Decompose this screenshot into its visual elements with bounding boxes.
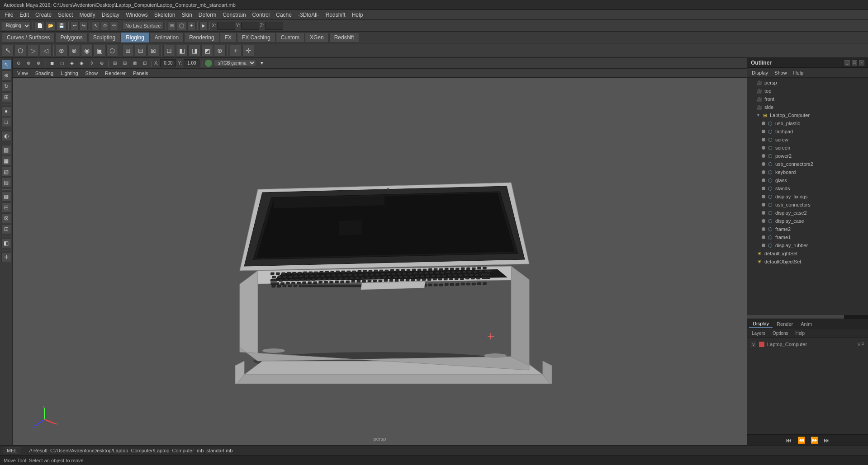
menu-cache[interactable]: Cache — [273, 11, 294, 19]
menu-control[interactable]: Control — [250, 11, 273, 19]
outliner-item-frame2[interactable]: ⬡ frame2 — [747, 225, 868, 233]
menu-file[interactable]: File — [2, 11, 16, 19]
outliner-item-front[interactable]: 🎥 front — [747, 95, 868, 103]
vp-smooth-icon[interactable]: ◈ — [68, 59, 76, 67]
tool-18[interactable]: ◧ — [1, 238, 11, 248]
vp-icon-7[interactable]: ◊ — [88, 59, 96, 67]
outliner-item-power2[interactable]: ⬡ power2 — [747, 152, 868, 160]
channel-subtab-help[interactable]: Help — [792, 330, 807, 336]
shelf-mirror[interactable]: ⊡ — [163, 45, 175, 56]
outliner-item-usb-connectors[interactable]: ⬡ usb_connectors — [747, 201, 868, 209]
vp-menu-renderer[interactable]: Renderer — [102, 70, 128, 76]
vp-icon-6[interactable]: ◉ — [78, 59, 86, 67]
shelf-joint[interactable]: ⊕ — [56, 45, 67, 56]
outliner-item-screen[interactable]: ⬡ screen — [747, 144, 868, 152]
outliner-item-top[interactable]: 🎥 top — [747, 87, 868, 95]
menu-windows[interactable]: Windows — [123, 11, 151, 19]
tool-15[interactable]: ⊟ — [1, 202, 11, 212]
layer-item-laptop[interactable]: V Laptop_Computer V P — [749, 340, 866, 349]
shelf-cylinder[interactable]: ⬡ — [106, 45, 118, 56]
outliner-item-display-fixings[interactable]: ⬡ display_fixings — [747, 193, 868, 201]
menu-skin[interactable]: Skin — [179, 11, 195, 19]
tab-curves-surfaces[interactable]: Curves / Surfaces — [2, 33, 55, 42]
shelf-constraint[interactable]: + — [230, 45, 242, 56]
hscroll-thumb[interactable] — [747, 315, 844, 319]
menu-help[interactable]: Help — [349, 11, 366, 19]
shelf-ik[interactable]: ⊗ — [68, 45, 80, 56]
outliner-list[interactable]: 🎥 persp 🎥 top 🎥 front 🎥 side — [747, 78, 868, 315]
shelf-scale[interactable]: ⊠ — [147, 45, 159, 56]
channel-nav-prev[interactable]: ⏪ — [796, 437, 807, 444]
tab-sculpting[interactable]: Sculpting — [88, 33, 120, 42]
outliner-item-display-rubber[interactable]: ⬡ display_rubber — [747, 241, 868, 249]
vp-icon-8[interactable]: ⊕ — [98, 59, 106, 67]
shelf-move[interactable]: ⊞ — [122, 45, 134, 56]
shelf-bind[interactable]: ◧ — [176, 45, 188, 56]
vp-y-input[interactable] — [184, 59, 199, 67]
shelf-sphere[interactable]: ◉ — [81, 45, 93, 56]
channel-nav-next[interactable]: ⏩ — [809, 437, 820, 444]
snap-point-btn[interactable]: ✦ — [187, 21, 195, 30]
tool-14[interactable]: ▩ — [1, 192, 11, 202]
channel-tab-display[interactable]: Display — [749, 320, 773, 328]
tab-fx-caching[interactable]: FX Caching — [237, 33, 275, 42]
vp-menu-shading[interactable]: Shading — [33, 70, 56, 76]
channel-tab-anim[interactable]: Anim — [797, 320, 816, 328]
vp-icon-10[interactable]: ⊟ — [121, 59, 129, 67]
scale-tool-btn[interactable]: ⊞ — [1, 92, 11, 102]
save-scene-btn[interactable]: 💾 — [57, 21, 66, 30]
channel-tab-render[interactable]: Render — [773, 320, 797, 328]
snap-grid-btn[interactable]: ⊞ — [168, 21, 176, 30]
outliner-item-frame1[interactable]: ⬡ frame1 — [747, 233, 868, 241]
new-scene-btn[interactable]: 📄 — [35, 21, 45, 30]
z-input[interactable] — [265, 22, 283, 30]
gamma-select[interactable]: sRGB gamma — [214, 59, 256, 67]
channel-nav-next-next[interactable]: ⏭ — [822, 437, 832, 444]
soft-select-btn[interactable]: ● — [1, 106, 11, 116]
menu-constrain[interactable]: Constrain — [220, 11, 248, 19]
outliner-minimize-btn[interactable]: _ — [844, 60, 850, 66]
vp-x-input[interactable] — [160, 59, 176, 67]
tool-11[interactable]: ▦ — [1, 156, 11, 166]
shelf-weight[interactable]: ◩ — [201, 45, 213, 56]
menu-select[interactable]: Select — [55, 11, 76, 19]
menu-edit[interactable]: Edit — [17, 11, 32, 19]
vp-icon-1[interactable]: ⊙ — [14, 59, 23, 67]
tab-redshift[interactable]: Redshift — [329, 33, 359, 42]
shelf-cube[interactable]: ▣ — [94, 45, 105, 56]
vp-icon-11[interactable]: ⊠ — [131, 59, 139, 67]
outliner-menu-show[interactable]: Show — [772, 69, 790, 76]
outliner-item-persp[interactable]: 🎥 persp — [747, 79, 868, 87]
show-manipulator-btn[interactable]: ◐ — [1, 131, 11, 141]
vp-color-icon[interactable] — [205, 60, 212, 67]
shelf-paint2[interactable]: ⊕ — [214, 45, 226, 56]
channel-subtab-options[interactable]: Options — [770, 330, 791, 336]
tool-10[interactable]: ▤ — [1, 145, 11, 155]
outliner-item-side[interactable]: 🎥 side — [747, 103, 868, 111]
undo-btn[interactable]: ↩ — [71, 21, 79, 30]
paint-tool-btn[interactable]: ✏ — [110, 21, 118, 30]
shelf-tool4[interactable]: ◁ — [40, 45, 52, 56]
menu-deform[interactable]: Deform — [196, 11, 219, 19]
tool-16[interactable]: ⊠ — [1, 213, 11, 223]
vp-wireframe-icon[interactable]: ◻ — [58, 59, 66, 67]
shelf-detach[interactable]: ◨ — [189, 45, 200, 56]
outliner-item-laptop-computer[interactable]: ▼ ⊞ Laptop_Computer — [747, 111, 868, 119]
select-mode-btn[interactable]: ↖ — [1, 60, 11, 70]
vp-icon-3[interactable]: ⊛ — [34, 59, 43, 67]
vp-menu-show[interactable]: Show — [83, 70, 101, 76]
menu-redshift[interactable]: Redshift — [323, 11, 348, 19]
tool-13[interactable]: ▨ — [1, 178, 11, 188]
tab-polygons[interactable]: Polygons — [55, 33, 87, 42]
tab-rendering[interactable]: Rendering — [184, 33, 219, 42]
render-btn[interactable]: ▶ — [199, 21, 208, 30]
rotate-tool-btn[interactable]: ↻ — [1, 81, 11, 91]
shelf-paint[interactable]: ▷ — [27, 45, 39, 56]
vp-icon-12[interactable]: ⊡ — [141, 59, 149, 67]
tab-xgen[interactable]: XGen — [305, 33, 329, 42]
channel-nav-prev-prev[interactable]: ⏮ — [784, 437, 794, 444]
vp-gamma-arrow[interactable]: ▼ — [258, 59, 266, 67]
vp-icon-9[interactable]: ⊞ — [111, 59, 119, 67]
layer-visibility-checkbox[interactable]: V — [751, 342, 756, 347]
tab-animation[interactable]: Animation — [150, 33, 184, 42]
